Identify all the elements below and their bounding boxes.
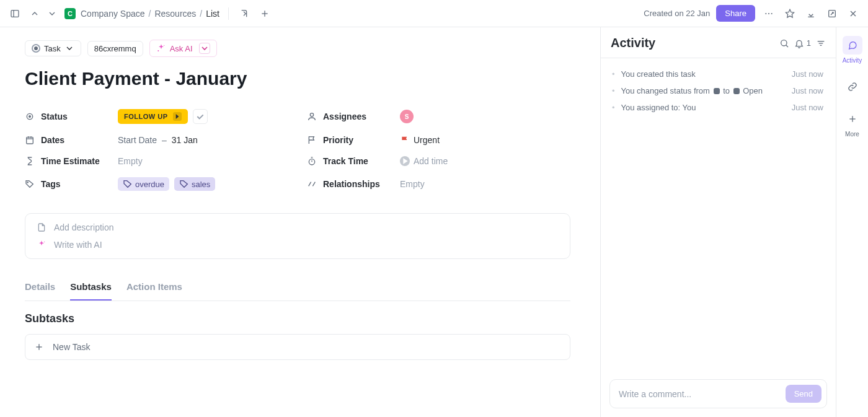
svg-marker-16 <box>175 114 179 119</box>
more-menu-icon[interactable] <box>761 6 776 21</box>
activity-filter-icon[interactable] <box>816 38 826 48</box>
activity-title: Activity <box>611 36 774 50</box>
relationships-label: Relationships <box>307 179 400 189</box>
prev-task-button[interactable] <box>27 6 42 21</box>
relationships-value[interactable]: Empty <box>400 179 570 189</box>
collapse-icon[interactable] <box>804 6 818 21</box>
plus-icon <box>34 342 44 352</box>
svg-point-4 <box>765 12 766 14</box>
send-button[interactable]: Send <box>786 385 822 403</box>
stopwatch-icon <box>307 156 317 166</box>
activity-search-icon[interactable] <box>779 38 789 48</box>
time-estimate-label: Time Estimate <box>25 156 118 166</box>
sparkle-icon <box>156 43 166 53</box>
add-time-button[interactable]: Add time <box>400 156 448 166</box>
svg-point-15 <box>29 116 31 118</box>
chevron-down-icon <box>199 43 210 54</box>
status-label: Status <box>25 112 118 121</box>
document-icon <box>37 222 46 232</box>
tag-icon <box>123 179 133 189</box>
task-title[interactable]: Client Payment - January <box>25 68 570 89</box>
svg-point-12 <box>164 45 164 46</box>
activity-item: You changed status from to Open Just now <box>601 82 836 99</box>
sparkle-icon <box>37 240 46 250</box>
share-button[interactable]: Share <box>716 5 755 22</box>
dates-label: Dates <box>25 135 118 145</box>
plus-icon <box>848 114 857 124</box>
svg-marker-7 <box>786 9 794 17</box>
new-subtask-button[interactable]: New Task <box>25 334 570 360</box>
svg-rect-18 <box>27 137 33 144</box>
breadcrumb-item[interactable]: List <box>206 9 219 19</box>
breadcrumb-item[interactable]: Resources <box>154 9 196 19</box>
assignee-avatar[interactable]: S <box>400 110 414 123</box>
rail-link[interactable] <box>843 77 862 96</box>
tab-action-items[interactable]: Action Items <box>126 276 182 301</box>
chevron-down-icon <box>64 43 74 53</box>
breadcrumb-item[interactable]: Company Space <box>81 9 145 19</box>
activity-list: You created this task Just now You chang… <box>601 58 836 371</box>
next-task-button[interactable] <box>45 6 60 21</box>
svg-point-27 <box>44 242 45 242</box>
tags-label: Tags <box>25 179 118 189</box>
fullscreen-icon[interactable] <box>825 6 839 21</box>
task-id-chip[interactable]: 86cxremmq <box>87 41 143 56</box>
section-tabs: Details Subtasks Action Items <box>25 276 570 301</box>
svg-line-31 <box>786 45 787 46</box>
status-icon <box>25 112 35 121</box>
hourglass-icon <box>25 156 35 166</box>
svg-marker-25 <box>403 158 407 164</box>
svg-point-6 <box>771 12 773 14</box>
bell-icon <box>794 38 804 48</box>
activity-item: You created this task Just now <box>601 66 836 82</box>
dates-value[interactable]: Start Date – 31 Jan <box>118 135 288 145</box>
created-date: Created on 22 Jan <box>644 9 710 18</box>
tag-overdue[interactable]: overdue <box>118 177 169 191</box>
tag-sales[interactable]: sales <box>174 177 215 191</box>
activity-panel: Activity 1 You created this task Just no… <box>600 27 836 417</box>
right-rail: Activity More <box>836 27 868 417</box>
tags-value[interactable]: overdue sales <box>118 177 288 191</box>
complete-checkbox[interactable] <box>193 109 208 124</box>
next-status-icon[interactable] <box>173 112 182 121</box>
add-icon[interactable] <box>257 6 272 21</box>
tag-icon <box>25 179 35 189</box>
close-icon[interactable] <box>846 6 861 21</box>
status-swatch-icon <box>714 88 720 94</box>
move-task-icon[interactable] <box>237 6 252 21</box>
task-content: Task 86cxremmq Ask AI Client Payment - J… <box>0 27 600 417</box>
status-pill[interactable]: FOLLOW UP <box>118 109 188 124</box>
add-description-button[interactable]: Add description <box>37 222 559 232</box>
priority-value[interactable]: Urgent <box>400 135 440 145</box>
status-swatch-icon <box>733 88 740 94</box>
ask-ai-button[interactable]: Ask AI <box>149 40 217 57</box>
subtasks-heading: Subtasks <box>25 312 570 325</box>
rail-activity[interactable]: Activity <box>843 36 862 64</box>
breadcrumb: Company Space / Resources / List <box>81 9 219 19</box>
comment-area: Send <box>601 371 836 417</box>
relationship-icon <box>307 179 317 189</box>
tag-icon <box>179 179 189 189</box>
rail-more[interactable]: More <box>843 110 862 138</box>
activity-notifications[interactable]: 1 <box>794 38 811 48</box>
svg-point-13 <box>157 50 159 51</box>
tab-details[interactable]: Details <box>25 276 55 301</box>
write-with-ai-button[interactable]: Write with AI <box>37 240 559 250</box>
activity-item: You assigned to: You Just now <box>601 99 836 116</box>
link-icon <box>848 82 857 92</box>
svg-point-17 <box>310 113 313 116</box>
space-logo[interactable]: C <box>64 8 76 19</box>
comment-input[interactable] <box>619 389 781 399</box>
chat-icon <box>848 40 857 50</box>
description-box: Add description Write with AI <box>25 213 570 259</box>
sidebar-toggle-icon[interactable] <box>7 6 22 21</box>
svg-point-30 <box>781 40 786 45</box>
assignees-label: Assignees <box>307 112 400 121</box>
tab-subtasks[interactable]: Subtasks <box>70 276 112 301</box>
flag-icon <box>400 135 410 145</box>
play-icon <box>400 156 410 166</box>
time-estimate-value[interactable]: Empty <box>118 156 288 166</box>
record-icon <box>32 44 40 53</box>
favorite-icon[interactable] <box>782 6 797 21</box>
task-type-chip[interactable]: Task <box>25 40 81 56</box>
